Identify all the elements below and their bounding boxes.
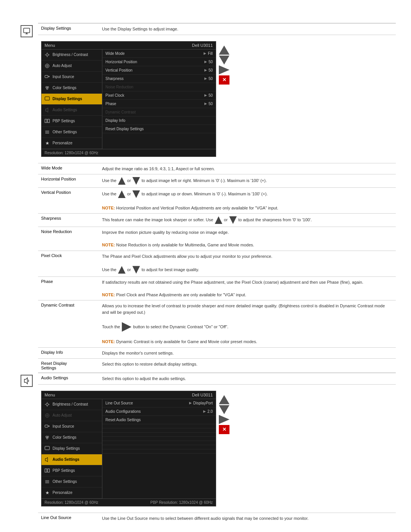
audio-right-empty5 — [102, 441, 216, 445]
nav-up-btn-as[interactable] — [219, 395, 229, 404]
audio-settings-icon — [21, 375, 33, 387]
audio-settings-header-row: Audio Settings Select this option to adj… — [38, 373, 396, 385]
menu-item-display-settings[interactable]: Display Settings — [41, 94, 102, 105]
audio-audio-label: Audio Settings — [53, 457, 80, 462]
menu-header: Menu Dell U3011 — [41, 42, 216, 50]
sharpness-row-desc: This feature can make the image look sha… — [99, 214, 396, 227]
audio-footer-right: PBP Resolution: 1280x1024 @ 60Hz — [150, 500, 213, 505]
color-settings-label: Color Settings — [53, 86, 76, 90]
svg-point-39 — [46, 438, 48, 439]
nav-right-btn-ds[interactable] — [219, 66, 229, 75]
pixel-clock-label: Pixel Clock — [105, 93, 124, 97]
menu-right-phase[interactable]: Phase ▶ 50 — [102, 100, 216, 108]
audio-right-reset-audio[interactable]: Reset Audio Settings — [102, 416, 216, 424]
menu-right-panel-ds: Wide Mode ▶ Fill Horizontal Position — [102, 50, 216, 149]
nav-down-btn-ds[interactable] — [219, 56, 229, 65]
audio-audio-icon — [44, 456, 51, 463]
display-settings-menu-label: Display Settings — [53, 97, 82, 101]
wide-mode-label: Wide Mode — [105, 51, 125, 56]
personalize-label-ds: Personalize — [53, 141, 72, 145]
menu-item-personalize-ds[interactable]: ★ Personalize — [41, 138, 102, 149]
display-settings-monitor-menu: Menu Dell U3011 — [41, 41, 216, 157]
line-out-source-row-label: Line Out Source — [38, 513, 99, 524]
nav-x-btn-ds[interactable]: ✕ — [219, 75, 229, 85]
nav-up-btn-ds[interactable] — [219, 46, 229, 55]
vert-pos-label: Vertical Position — [105, 68, 132, 72]
audio-menu-item-other[interactable]: Other Settings — [41, 476, 102, 487]
audio-config-value: ▶ 2.0 — [203, 409, 213, 414]
vert-pos-arrow: ▶ — [204, 68, 207, 72]
sharpness-value: ▶ 50 — [204, 77, 213, 81]
menu-item-input-source[interactable]: Input Source — [41, 72, 102, 83]
menu-right-wide-mode[interactable]: Wide Mode ▶ Fill — [102, 50, 216, 58]
dynamic-contrast-label: Dynamic Contrast — [105, 110, 135, 114]
vert-pos-row: Vertical Position Use the or to adjust i… — [38, 188, 396, 214]
menu-right-reset-display[interactable]: Reset Display Settings — [102, 125, 216, 133]
menu-item-pbp-settings-ds[interactable]: PBP Settings — [41, 116, 102, 127]
noise-reduction-row-desc: Improve the motion picture quality by re… — [99, 227, 396, 251]
audio-color-label: Color Settings — [53, 435, 76, 439]
menu-item-other-settings-ds[interactable]: Other Settings — [41, 127, 102, 138]
audio-menu-item-display[interactable]: Display Settings — [41, 443, 102, 454]
pixel-clock-row-desc: The Phase and Pixel Clock adjustments al… — [99, 251, 396, 276]
audio-input-label: Input Source — [53, 424, 74, 428]
nav-down-btn-as[interactable] — [219, 405, 229, 414]
phase-note-label: NOTE: — [102, 292, 115, 297]
noise-reduction-row-label: Noise Reduction — [38, 227, 99, 251]
horiz-pos-label: Horizontal Position — [105, 60, 137, 64]
audio-brightness-icon — [44, 401, 51, 408]
menu-footer-ds: Resolution: 1280x1024 @ 60Hz — [41, 149, 216, 157]
line-out-source-row-desc: Use the Line Out Source menu to select b… — [99, 513, 396, 524]
audio-icon-ds — [44, 107, 51, 113]
menu-item-color-settings[interactable]: Color Settings — [41, 83, 102, 94]
menu-item-brightness-contrast[interactable]: Brightness / Contrast — [41, 50, 102, 61]
audio-settings-content: Audio Settings Select this option to adj… — [38, 372, 396, 524]
audio-other-icon — [44, 478, 51, 485]
wide-mode-row-label: Wide Mode — [38, 163, 99, 174]
audio-menu-item-input[interactable]: Input Source — [41, 421, 102, 432]
display-settings-menu-icon — [44, 96, 51, 102]
audio-menu-item-pbp[interactable]: PBP Settings — [41, 465, 102, 476]
up-arrow-vp — [118, 190, 126, 198]
audio-menu-item-brightness[interactable]: Brightness / Contrast — [41, 399, 102, 410]
menu-right-display-info[interactable]: Display Info — [102, 117, 216, 125]
audio-settings-menu-row: Menu Dell U3011 — [38, 384, 396, 513]
pixel-clock-val-text: 50 — [209, 93, 213, 97]
horiz-pos-arrow: ▶ — [204, 60, 207, 64]
menu-right-sharpness[interactable]: Sharpness ▶ 50 — [102, 75, 216, 83]
dynamic-contrast-row-desc: Allows you to increase the level of cont… — [99, 300, 396, 348]
audio-display-icon — [44, 445, 51, 452]
audio-menu-item-color[interactable]: Color Settings — [41, 432, 102, 443]
menu-item-auto-adjust[interactable]: Auto Adjust — [41, 61, 102, 72]
audio-right-audio-config[interactable]: Audio Configurations ▶ 2.0 — [102, 407, 216, 416]
nav-x-btn-as[interactable]: ✕ — [219, 425, 229, 434]
nav-right-btn-as[interactable] — [219, 415, 229, 424]
audio-menu-item-audio[interactable]: Audio Settings — [41, 454, 102, 465]
up-arrow-sharp — [214, 216, 223, 224]
display-settings-label: Display Settings — [38, 24, 99, 35]
menu-right-pixel-clock[interactable]: Pixel Clock ▶ 50 — [102, 91, 216, 100]
audio-settings-table: Audio Settings Select this option to adj… — [38, 373, 396, 524]
audio-right-line-out[interactable]: Line Out Source ▶ DisplayPort — [102, 399, 216, 407]
phase-row-label: Phase — [38, 276, 99, 300]
line-out-label: Line Out Source — [105, 401, 133, 405]
audio-settings-header-desc: Select this option to adjust the audio s… — [99, 373, 396, 385]
sharpness-row: Sharpness This feature can make the imag… — [38, 214, 396, 227]
phase-row: Phase If satisfactory results are not ob… — [38, 276, 396, 300]
svg-point-9 — [45, 64, 49, 68]
auto-adjust-icon — [44, 62, 51, 69]
display-settings-icon-col — [15, 23, 38, 372]
audio-settings-icon-col — [15, 372, 38, 524]
sharpness-arrow: ▶ — [204, 77, 207, 80]
dynamic-contrast-row-label: Dynamic Contrast — [38, 300, 99, 348]
audio-menu-title: Menu — [45, 393, 55, 397]
menu-right-vert-pos[interactable]: Vertical Position ▶ 50 — [102, 66, 216, 75]
horiz-pos-row-label: Horizontal Position — [38, 174, 99, 188]
audio-menu-item-personalize[interactable]: ★ Personalize — [41, 487, 102, 498]
audio-config-arrow: ▶ — [203, 409, 206, 413]
menu-right-horiz-pos[interactable]: Horizontal Position ▶ 50 — [102, 58, 216, 66]
menu-item-audio-settings-ds[interactable]: Audio Settings — [41, 105, 102, 116]
dc-note-label: NOTE: — [102, 339, 115, 344]
menu-left-panel: Brightness / Contrast Auto Adjust — [41, 50, 102, 149]
vert-pos-row-label: Vertical Position — [38, 188, 99, 214]
